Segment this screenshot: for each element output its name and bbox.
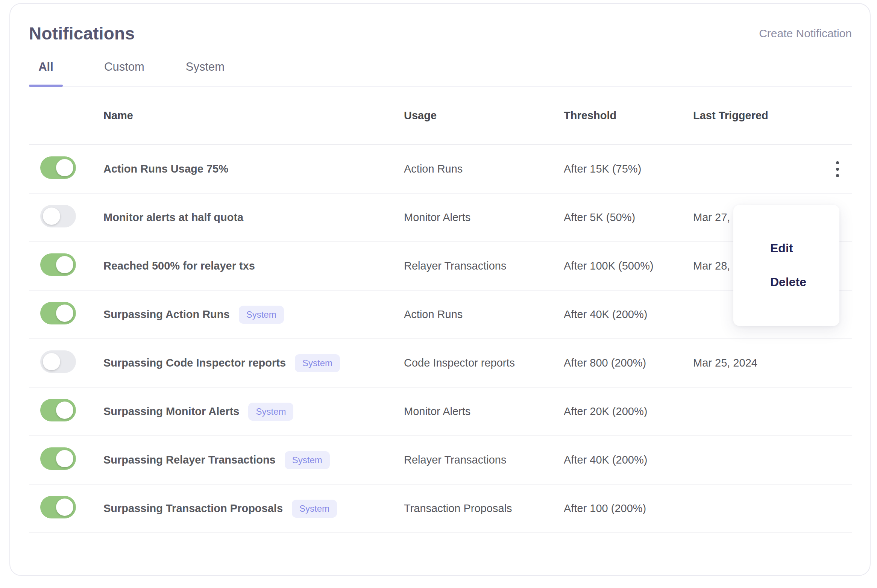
threshold-value: After 15K (75%) [564,163,693,175]
toggle-knob [56,402,73,419]
notification-name: Surpassing Monitor Alerts [103,405,239,418]
usage-value: Action Runs [404,163,564,175]
table-row: Surpassing Action Runs System Action Run… [29,291,852,339]
table-row: Action Runs Usage 75% Action Runs After … [29,145,852,194]
menu-item-delete[interactable]: Delete [733,265,839,299]
notification-toggle[interactable] [40,302,76,324]
threshold-value: After 20K (200%) [564,405,693,418]
usage-value: Monitor Alerts [404,211,564,224]
notifications-table: Name Usage Threshold Last Triggered Acti… [29,87,852,533]
usage-value: Relayer Transactions [404,260,564,272]
notification-name: Surpassing Action Runs [103,308,230,321]
table-row: Monitor alerts at half quota Monitor Ale… [29,194,852,242]
table-header-row: Name Usage Threshold Last Triggered [29,87,852,145]
toggle-knob [56,159,73,176]
row-context-menu: Edit Delete [733,205,839,326]
table-row: Surpassing Code Inspector reports System… [29,339,852,388]
usage-value: Action Runs [404,308,564,321]
toggle-knob [56,450,73,467]
system-badge: System [285,451,330,469]
system-badge: System [248,403,293,421]
header-threshold: Threshold [564,109,693,122]
system-badge: System [295,354,340,372]
tab-custom[interactable]: Custom [104,53,144,86]
notification-toggle[interactable] [40,205,76,227]
notification-name: Monitor alerts at half quota [103,211,243,224]
toggle-knob [56,499,73,516]
notification-name: Surpassing Transaction Proposals [103,502,283,515]
last-triggered-value: Mar 25, 2024 [693,357,802,369]
table-row: Surpassing Transaction Proposals System … [29,485,852,533]
threshold-value: After 40K (200%) [564,308,693,321]
table-row: Surpassing Relayer Transactions System R… [29,436,852,485]
usage-value: Relayer Transactions [404,454,564,466]
card-header: Notifications Create Notification [29,4,852,44]
threshold-value: After 800 (200%) [564,357,693,369]
page-title: Notifications [29,23,135,44]
table-body: Action Runs Usage 75% Action Runs After … [29,145,852,533]
notifications-card: Notifications Create Notification All Cu… [9,3,871,576]
toggle-knob [43,208,60,225]
threshold-value: After 100 (200%) [564,502,693,515]
notification-toggle[interactable] [40,253,76,276]
create-notification-button[interactable]: Create Notification [759,23,852,44]
header-name: Name [103,109,404,122]
usage-value: Code Inspector reports [404,357,564,369]
notification-toggle[interactable] [40,350,76,373]
menu-item-edit[interactable]: Edit [733,231,839,265]
notification-name: Action Runs Usage 75% [103,163,228,175]
notification-toggle[interactable] [40,156,76,179]
tab-system[interactable]: System [186,53,225,86]
tab-all[interactable]: All [29,53,63,86]
usage-value: Monitor Alerts [404,405,564,418]
header-last-triggered: Last Triggered [693,109,802,122]
toggle-knob [43,353,60,370]
notification-toggle[interactable] [40,496,76,518]
toggle-knob [56,256,73,273]
notification-toggle[interactable] [40,447,76,470]
usage-value: Transaction Proposals [404,502,564,515]
notification-toggle[interactable] [40,399,76,421]
tab-bar: All Custom System [29,53,852,87]
notification-name: Reached 500% for relayer txs [103,260,255,272]
threshold-value: After 5K (50%) [564,211,693,224]
system-badge: System [239,306,284,324]
threshold-value: After 40K (200%) [564,454,693,466]
header-usage: Usage [404,109,564,122]
toggle-knob [56,305,73,322]
notification-name: Surpassing Relayer Transactions [103,454,276,466]
threshold-value: After 100K (500%) [564,260,693,272]
system-badge: System [292,500,337,518]
table-row: Surpassing Monitor Alerts System Monitor… [29,388,852,436]
notification-name: Surpassing Code Inspector reports [103,357,286,369]
table-row: Reached 500% for relayer txs Relayer Tra… [29,242,852,291]
row-menu-button[interactable] [832,158,843,181]
